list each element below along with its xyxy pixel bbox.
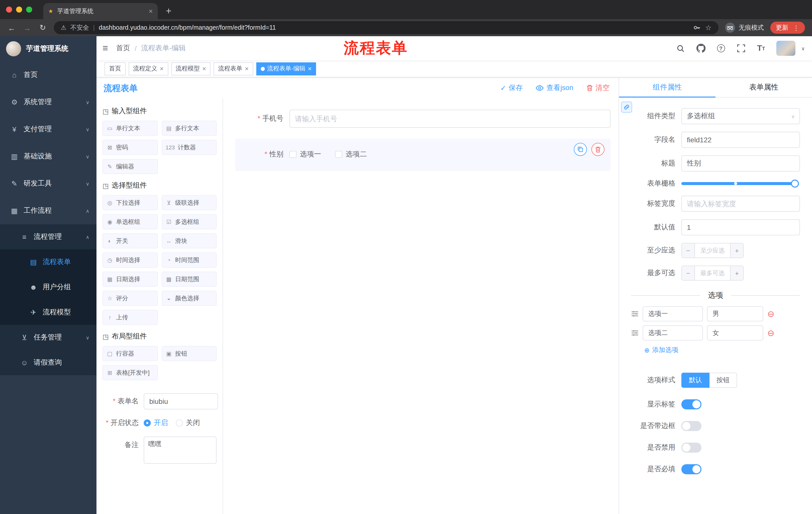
breadcrumb-home[interactable]: 首页: [116, 44, 130, 53]
new-tab-button[interactable]: +: [166, 5, 171, 17]
slider-handle[interactable]: [791, 180, 799, 188]
tag-process-form-edit[interactable]: 流程表单-编辑 ×: [256, 62, 316, 75]
drag-handle-icon[interactable]: [631, 311, 639, 317]
close-icon[interactable]: ×: [160, 65, 164, 73]
sidebar-item-system[interactable]: ⚙ 系统管理 ∨: [0, 88, 96, 116]
update-browser-button[interactable]: 更新 ⋮: [770, 22, 805, 34]
palette-item[interactable]: ▤ 多行文本: [162, 121, 216, 136]
palette-item[interactable]: ☆ 评分: [103, 291, 157, 306]
palette-item[interactable]: ▭ 单行文本: [103, 121, 157, 136]
tag-process-definition[interactable]: 流程定义 ×: [128, 62, 168, 75]
palette-item[interactable]: ⊠ 密码: [103, 140, 157, 155]
palette-item[interactable]: ◐ 开关: [103, 233, 157, 248]
form-grid-slider[interactable]: [682, 182, 795, 185]
tag-process-model[interactable]: 流程模型 ×: [171, 62, 210, 75]
option-name-input[interactable]: [643, 325, 703, 341]
required-toggle[interactable]: [682, 464, 701, 474]
palette-item[interactable]: 123 计数器: [162, 140, 216, 155]
drag-handle-icon[interactable]: [631, 330, 639, 336]
bookmark-star-icon[interactable]: ☆: [705, 24, 712, 32]
label-width-input[interactable]: [682, 196, 800, 212]
palette-item[interactable]: ◔ 时间范围: [162, 252, 216, 268]
link-icon[interactable]: [621, 102, 632, 113]
close-window-button[interactable]: [6, 6, 12, 12]
palette-item[interactable]: ⊻ 级联选择: [162, 195, 216, 210]
palette-item[interactable]: ☑ 多选框组: [162, 214, 216, 229]
sidebar-item-payment[interactable]: ¥ 支付管理 ∨: [0, 116, 96, 143]
sidebar-item-leave-query[interactable]: ☺ 请假查询: [0, 350, 96, 375]
close-icon[interactable]: ×: [202, 65, 206, 73]
avatar-caret-icon[interactable]: ∨: [801, 46, 805, 51]
sidebar-item-infrastructure[interactable]: ▥ 基础设施 ∨: [0, 143, 96, 170]
view-json-button[interactable]: 查看json: [536, 83, 573, 92]
palette-item[interactable]: ◒ 颜色选择: [162, 291, 216, 306]
remove-option-icon[interactable]: ⊖: [767, 329, 775, 337]
with-border-toggle[interactable]: [682, 421, 701, 431]
radio-closed[interactable]: 关闭: [176, 418, 200, 428]
password-key-icon[interactable]: [693, 24, 701, 32]
style-default-button[interactable]: 默认: [682, 373, 709, 388]
font-size-icon[interactable]: TT: [756, 43, 766, 53]
canvas-field-phone[interactable]: 手机号: [235, 110, 610, 128]
sidebar-item-task-management[interactable]: ⊻ 任务管理 ∨: [0, 325, 96, 350]
checkbox-option-1[interactable]: 选项一: [289, 150, 321, 159]
tab-form-props[interactable]: 表单属性: [716, 77, 812, 97]
palette-item[interactable]: ↑ 上传: [103, 310, 157, 325]
github-icon[interactable]: [696, 43, 706, 53]
tab-component-props[interactable]: 组件属性: [619, 77, 716, 97]
checkbox-option-2[interactable]: 选项二: [335, 150, 367, 159]
sidebar-item-home[interactable]: ⌂ 首页: [0, 61, 96, 88]
tag-process-form[interactable]: 流程表单 ×: [213, 62, 253, 75]
increment-button[interactable]: +: [730, 266, 743, 280]
sidebar-item-devtools[interactable]: ✎ 研发工具 ∨: [0, 170, 96, 197]
fullscreen-icon[interactable]: [736, 43, 746, 53]
delete-widget-button[interactable]: [591, 143, 605, 156]
close-icon[interactable]: ×: [245, 65, 249, 73]
sidebar-item-user-group[interactable]: ☻ 用户分组: [0, 275, 96, 300]
form-name-input[interactable]: [144, 393, 218, 409]
component-type-select[interactable]: 多选框组 ∨: [682, 108, 800, 124]
minimize-window-button[interactable]: [16, 6, 22, 12]
close-tab-icon[interactable]: ×: [149, 7, 153, 15]
back-icon[interactable]: ←: [7, 23, 16, 32]
style-button-button[interactable]: 按钮: [709, 373, 737, 388]
palette-item[interactable]: ▦ 日期选择: [103, 272, 157, 287]
field-name-input[interactable]: [682, 132, 800, 148]
sidebar-item-process-management[interactable]: ≡ 流程管理 ∧: [0, 224, 96, 249]
address-bar[interactable]: ⚠ 不安全 | dashboard.yudao.iocoder.cn/bpm/m…: [54, 21, 719, 34]
close-icon[interactable]: ×: [308, 65, 312, 73]
palette-item[interactable]: ◉ 单选框组: [103, 214, 157, 229]
decrement-button[interactable]: −: [682, 266, 695, 280]
palette-item[interactable]: ↔ 滑块: [162, 233, 216, 248]
copy-widget-button[interactable]: [574, 143, 587, 156]
palette-item[interactable]: ✎ 编辑器: [103, 159, 157, 174]
security-warning-icon[interactable]: ⚠: [61, 24, 66, 31]
max-select-value[interactable]: 最多可选: [695, 266, 730, 280]
default-value-input[interactable]: [682, 219, 800, 235]
palette-item[interactable]: ◎ 下拉选择: [103, 195, 157, 210]
radio-open[interactable]: 开启: [144, 418, 168, 428]
form-remark-textarea[interactable]: 嘿嘿: [144, 437, 216, 464]
browser-tab[interactable]: ★ 芋道管理系统 ×: [43, 3, 158, 19]
palette-item[interactable]: ▩ 日期范围: [162, 272, 216, 287]
sidebar-item-workflow[interactable]: ▦ 工作流程 ∧: [0, 197, 96, 224]
show-label-toggle[interactable]: [682, 399, 701, 409]
decrement-button[interactable]: −: [682, 243, 695, 258]
remove-option-icon[interactable]: ⊖: [767, 309, 775, 318]
help-icon[interactable]: ?: [716, 43, 726, 53]
title-input[interactable]: [682, 155, 800, 171]
option-value-input[interactable]: [707, 306, 763, 321]
sidebar-item-process-model[interactable]: ✈ 流程模型: [0, 300, 96, 325]
browser-menu-icon[interactable]: ⋮: [793, 24, 800, 31]
canvas-widget-gender-selected[interactable]: 性别 选项一 选项二: [235, 139, 610, 171]
add-option-button[interactable]: ⊕ 添加选项: [644, 346, 800, 355]
maximize-window-button[interactable]: [26, 6, 32, 12]
option-value-input[interactable]: [707, 325, 763, 341]
palette-item[interactable]: ▣ 按钮: [162, 346, 216, 361]
forward-icon[interactable]: →: [23, 23, 32, 32]
palette-item[interactable]: ◷ 时间选择: [103, 252, 157, 268]
min-select-value[interactable]: 至少应选: [695, 243, 730, 258]
hamburger-icon[interactable]: ≡: [103, 43, 108, 54]
phone-input[interactable]: [289, 110, 610, 128]
palette-item[interactable]: ▢ 行容器: [103, 346, 157, 361]
